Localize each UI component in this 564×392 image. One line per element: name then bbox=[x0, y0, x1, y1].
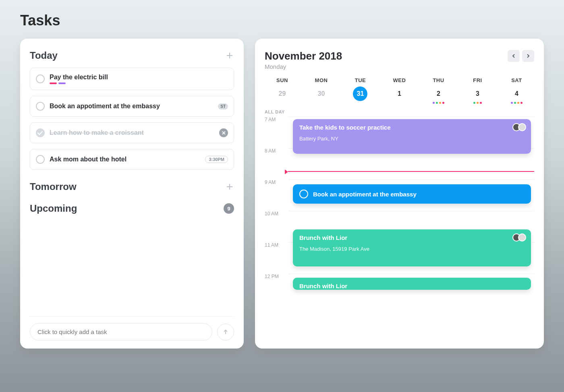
hour-label: 10 AM bbox=[265, 211, 288, 217]
date-number: 2 bbox=[431, 87, 446, 101]
task-item[interactable]: Pay the electric bill bbox=[30, 68, 234, 90]
calendar-event[interactable]: Brunch with Lior bbox=[293, 278, 531, 290]
task-badge: ST bbox=[218, 103, 228, 109]
current-time-indicator bbox=[288, 171, 534, 172]
date-cell[interactable]: 1 bbox=[382, 87, 417, 104]
quick-add-input[interactable] bbox=[30, 323, 212, 340]
avatar bbox=[518, 233, 526, 241]
calendar-month-label: November 2018 bbox=[265, 50, 342, 62]
date-event-dots bbox=[421, 102, 456, 104]
chevron-left-icon bbox=[511, 54, 516, 58]
event-checkbox[interactable] bbox=[299, 190, 308, 198]
event-title: Brunch with Lior bbox=[299, 234, 525, 241]
day-of-week-label: THU bbox=[421, 77, 456, 83]
event-title: Brunch with Lior bbox=[299, 283, 525, 289]
section-upcoming-title: Upcoming bbox=[30, 203, 77, 214]
task-checkbox[interactable] bbox=[36, 155, 45, 164]
date-event-dots bbox=[460, 102, 495, 104]
calendar-dayname: Monday bbox=[265, 63, 342, 70]
quick-add-submit-button[interactable] bbox=[217, 324, 234, 340]
hour-label: 11 AM bbox=[265, 242, 288, 248]
task-checkbox[interactable] bbox=[36, 74, 45, 83]
date-cell[interactable]: 2 bbox=[421, 87, 456, 104]
date-number: 3 bbox=[470, 87, 485, 101]
hour-label: 7 AM bbox=[265, 117, 288, 122]
date-event-dots bbox=[499, 102, 534, 104]
task-checkbox[interactable] bbox=[36, 102, 45, 111]
event-avatars bbox=[515, 233, 526, 241]
day-of-week-label: FRI bbox=[460, 77, 495, 83]
calendar-event[interactable]: Take the kids to soccer practiceBattery … bbox=[293, 119, 531, 154]
day-of-week-label: TUE bbox=[343, 77, 378, 83]
arrow-up-icon bbox=[222, 329, 229, 335]
calendar-next-button[interactable] bbox=[522, 50, 534, 62]
allday-label: ALL DAY bbox=[265, 109, 534, 114]
task-title: Ask mom about the hotel bbox=[50, 156, 200, 163]
plus-icon bbox=[226, 52, 233, 59]
page-title: Tasks bbox=[20, 12, 544, 29]
date-number: 30 bbox=[314, 87, 328, 101]
add-task-today-button[interactable] bbox=[225, 51, 234, 60]
hour-label: 8 AM bbox=[265, 148, 288, 154]
add-task-tomorrow-button[interactable] bbox=[225, 182, 234, 191]
day-of-week-label: SAT bbox=[499, 77, 534, 83]
date-cell[interactable]: 31 bbox=[343, 87, 378, 104]
event-location: The Madison, 15919 Park Ave bbox=[299, 246, 525, 252]
day-of-week-label: WED bbox=[382, 77, 417, 83]
avatar bbox=[518, 123, 526, 131]
day-of-week-label: SUN bbox=[265, 77, 300, 83]
task-item[interactable]: Book an appotiment at the embassyST bbox=[30, 96, 234, 117]
hour-label: 9 AM bbox=[265, 179, 288, 185]
day-of-week-label: MON bbox=[304, 77, 339, 83]
date-cell[interactable]: 30 bbox=[304, 87, 339, 104]
date-number: 29 bbox=[275, 87, 289, 101]
task-title: Learn how to make a croissant bbox=[50, 129, 214, 136]
section-today-title: Today bbox=[30, 50, 58, 61]
hour-label: 12 PM bbox=[265, 274, 288, 279]
calendar-event[interactable]: Brunch with LiorThe Madison, 15919 Park … bbox=[293, 229, 531, 266]
date-cell[interactable]: 3 bbox=[460, 87, 495, 104]
chevron-right-icon bbox=[526, 54, 531, 58]
tasks-panel: Today Pay the electric bill Book an appo… bbox=[20, 39, 244, 349]
event-title: Take the kids to soccer practice bbox=[299, 124, 525, 131]
task-checkbox[interactable] bbox=[36, 128, 45, 137]
task-title: Pay the electric bill bbox=[50, 74, 228, 81]
plus-icon bbox=[226, 183, 233, 190]
task-item[interactable]: Learn how to make a croissant✕ bbox=[30, 122, 234, 143]
date-number: 4 bbox=[509, 87, 524, 101]
date-cell[interactable]: 29 bbox=[265, 87, 300, 104]
calendar-prev-button[interactable] bbox=[508, 50, 520, 62]
event-avatars bbox=[515, 123, 526, 131]
task-item[interactable]: Ask mom about the hotel3:30PM bbox=[30, 149, 234, 170]
event-title: Book an appotiment at the embassy bbox=[313, 191, 417, 198]
date-cell[interactable]: 4 bbox=[499, 87, 534, 104]
section-tomorrow-title: Tomorrow bbox=[30, 181, 77, 192]
dismiss-task-button[interactable]: ✕ bbox=[219, 128, 228, 137]
task-tags bbox=[50, 83, 228, 84]
task-title: Book an appotiment at the embassy bbox=[50, 103, 213, 110]
task-time-badge: 3:30PM bbox=[205, 156, 228, 163]
calendar-panel: November 2018 Monday SUNMONTUEWEDTHUFRIS… bbox=[255, 39, 544, 349]
event-location: Battery Park, NY bbox=[299, 136, 525, 142]
date-number: 1 bbox=[392, 87, 406, 101]
upcoming-count-badge: 9 bbox=[224, 203, 234, 214]
date-number: 31 bbox=[353, 87, 367, 101]
calendar-task-event[interactable]: Book an appotiment at the embassy bbox=[293, 184, 531, 204]
